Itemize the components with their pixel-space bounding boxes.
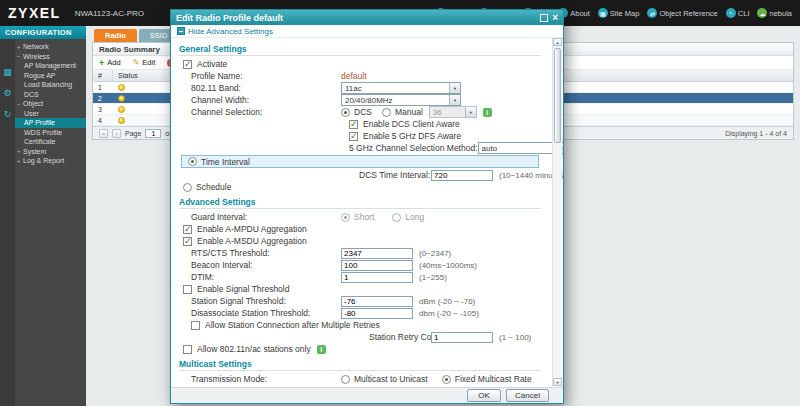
beacon-row: Beacon Interval: (40ms~1000ms) (179, 259, 541, 271)
sidebar-item-object[interactable]: −Object (15, 99, 86, 109)
rate-option-36[interactable]: 36 (474, 386, 494, 387)
sidebar-item-ap-profile[interactable]: AP Profile (15, 118, 86, 128)
amsdu-checkbox[interactable] (183, 237, 192, 246)
signal-threshold-checkbox[interactable] (183, 285, 192, 294)
band-select[interactable]: 11ac▼ (341, 82, 461, 94)
sidebar-item-system[interactable]: +System (15, 147, 86, 157)
configuration-icon[interactable]: ⚙ (3, 88, 11, 98)
edit-radio-profile-dialog: Edit Radio Profile default × Hide Advanc… (170, 9, 564, 404)
n-ac-only-checkbox[interactable] (183, 345, 192, 354)
sidebar-item-rogue-ap[interactable]: Rogue AP (15, 71, 86, 81)
item-label: DCS (24, 91, 39, 98)
dfs-aware-checkbox[interactable] (349, 132, 358, 141)
cli-label: CLI (738, 9, 750, 18)
dcs-client-aware-checkbox[interactable] (349, 120, 358, 129)
dtim-input[interactable] (341, 272, 413, 283)
info-icon[interactable]: i (317, 345, 326, 354)
sidebar-item-user[interactable]: User (15, 109, 86, 119)
dtim-hint: (1~255) (419, 273, 447, 282)
add-label: Add (107, 58, 120, 67)
row-number: 1 (93, 84, 113, 91)
multicast-rate-options: 6 9 12 18 24 36 48 54 (341, 386, 551, 387)
sidebar-item-wds-profile[interactable]: WDS Profile (15, 128, 86, 138)
prev-page-button[interactable]: ‹ (112, 129, 121, 138)
sidebar-item-ap-management[interactable]: AP Management (15, 61, 86, 71)
status-on-icon (118, 117, 125, 124)
info-icon[interactable]: i (483, 108, 492, 117)
disassociate-input[interactable] (341, 308, 413, 319)
dcs-time-interval-input[interactable] (431, 170, 493, 181)
dcs-radio[interactable] (341, 108, 350, 117)
activate-checkbox[interactable] (183, 60, 192, 69)
add-button[interactable]: +Add (99, 58, 121, 68)
dialog-titlebar: Edit Radio Profile default × (171, 10, 563, 25)
radio-icon (502, 387, 511, 388)
station-signal-hint: dBm (-20 ~ -76) (419, 297, 475, 306)
sidebar-item-network[interactable]: +Network (15, 42, 86, 52)
rate-option-48[interactable]: 48 (502, 386, 522, 387)
page-number-input[interactable] (145, 129, 161, 138)
guard-interval-label: Guard Interval: (191, 212, 341, 222)
manual-label: Manual (395, 107, 423, 117)
cli-link[interactable]: >CLI (726, 8, 750, 18)
general-settings-heading: General Settings (179, 43, 541, 54)
sidebar-item-load-balancing[interactable]: Load Balancing (15, 80, 86, 90)
scroll-up-icon[interactable]: ▲ (553, 38, 562, 46)
scroll-down-icon[interactable]: ▼ (553, 378, 562, 386)
time-interval-label: Time Interval (201, 157, 250, 167)
maintenance-icon[interactable]: ↻ (4, 109, 12, 119)
item-label: AP Management (24, 62, 76, 69)
rate-option-9[interactable]: 9 (365, 386, 381, 387)
rate-option-54[interactable]: 54 (531, 386, 551, 387)
fixed-multicast-rate-radio[interactable] (442, 375, 451, 384)
multicast-to-unicast-radio[interactable] (341, 375, 350, 384)
rate-option-6[interactable]: 6 (341, 386, 357, 387)
station-signal-input[interactable] (341, 296, 413, 307)
schedule-radio[interactable] (183, 183, 192, 192)
site-map-icon: ▦ (598, 8, 608, 18)
retry-count-input[interactable] (431, 332, 493, 343)
column-header-number[interactable]: # (93, 70, 113, 81)
object-reference-link[interactable]: ⇄Object Reference (647, 8, 717, 18)
beacon-input[interactable] (341, 260, 413, 271)
channel-width-select[interactable]: 20/40/80MHz▼ (341, 94, 461, 106)
channel-width-row: Channel Width: 20/40/80MHz▼ (179, 94, 541, 106)
popout-icon[interactable] (540, 14, 548, 22)
channel-width-label: Channel Width: (191, 95, 341, 105)
channel-method-select[interactable]: auto▼ (478, 142, 563, 154)
tab-radio[interactable]: Radio (94, 29, 137, 42)
scrollbar-thumb[interactable] (554, 48, 561, 143)
row-number: 2 (93, 95, 113, 102)
sidebar-item-dcs[interactable]: DCS (15, 90, 86, 100)
first-page-button[interactable]: « (99, 129, 108, 138)
dialog-scrollbar[interactable]: ▲ ▼ (552, 38, 562, 386)
dcs-label: DCS (354, 107, 372, 117)
guard-interval-row: Guard Interval: Short Long (179, 211, 541, 223)
nebula-link[interactable]: ☁nebula (757, 8, 792, 18)
sidebar-item-log-report[interactable]: +Log & Report (15, 156, 86, 166)
cancel-button[interactable]: Cancel (506, 389, 549, 402)
ampdu-checkbox[interactable] (183, 225, 192, 234)
close-icon[interactable]: × (552, 14, 558, 22)
radio-icon (365, 387, 374, 388)
rate-option-24[interactable]: 24 (445, 386, 465, 387)
zyxel-logo: ZYXEL (8, 5, 61, 21)
site-map-link[interactable]: ▦Site Map (598, 8, 640, 18)
guard-long-radio (392, 213, 401, 222)
cli-icon: > (726, 8, 736, 18)
rts-input[interactable] (341, 248, 413, 259)
rate-option-12[interactable]: 12 (388, 386, 408, 387)
ok-button[interactable]: OK (467, 389, 501, 402)
dashboard-icon[interactable]: ▦ (3, 67, 12, 77)
profile-name-value: default (341, 71, 367, 81)
sidebar-item-wireless[interactable]: −Wireless (15, 52, 86, 62)
retries-checkbox[interactable] (191, 321, 200, 330)
time-interval-radio[interactable] (188, 157, 197, 166)
rate-option-18[interactable]: 18 (417, 386, 437, 387)
dcs-client-aware-row: Enable DCS Client Aware (179, 118, 541, 130)
multicast-rate-row: Multicast Rate(Mbps): 6 9 12 18 24 36 48… (179, 385, 541, 387)
edit-button[interactable]: ✎Edit (133, 58, 156, 67)
hide-advanced-settings-link[interactable]: Hide Advanced Settings (171, 25, 563, 38)
manual-radio[interactable] (382, 108, 391, 117)
sidebar-item-certificate[interactable]: Certificate (15, 137, 86, 147)
